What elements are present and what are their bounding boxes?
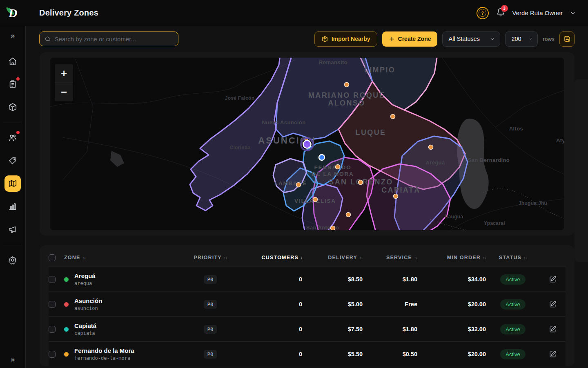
table-row[interactable]: Areguá aregua P0 0 $8.50 $1.80 $34.00 Ac… [49,267,566,292]
sidebar-expand-toggle-bottom[interactable]: » [11,355,15,363]
app-logo[interactable]: D [0,0,26,26]
zone-slug: capiata [74,330,96,336]
marker-orange[interactable] [394,194,398,199]
row-checkbox[interactable] [49,276,56,283]
create-zone-button[interactable]: Create Zone [382,31,438,47]
status-badge: Active [500,324,525,334]
map-label: MARIANO ROQUE [308,91,385,99]
search-icon [45,36,51,43]
map-zoom-control: + − [55,64,73,101]
edit-zone-button[interactable] [547,273,559,285]
chevron-down-icon[interactable] [570,10,576,16]
table-row[interactable]: Asunción asuncion P0 0 $5.00 Free $20.00… [49,292,566,316]
customers-alert-dot [16,131,20,134]
sidebar-divider [3,123,22,123]
min-order-value: $20.00 [417,301,486,307]
zoom-in-button[interactable]: + [55,64,73,83]
column-header-min-order[interactable]: MIN ORDER↑↓ [417,255,486,260]
import-nearby-button[interactable]: Import Nearby [314,31,377,47]
map-label: San Bernardino [468,157,510,163]
map-label: Itauguá [445,214,463,220]
row-checkbox[interactable] [49,326,56,333]
cube-icon [8,103,17,112]
marker-purple[interactable] [303,141,311,148]
column-header-zone[interactable]: ZONE↑↓ [64,255,186,260]
customers-value: 0 [235,326,302,332]
zoom-out-button[interactable]: − [55,83,73,101]
sidebar-nav: » » [0,26,26,368]
sort-icon: ↑↓ [82,256,86,260]
zones-table-card: ZONE↑↓PRIORITY↑↓CUSTOMERS↓DELIVERY↑↓SERV… [40,245,575,366]
search-input[interactable] [55,36,173,43]
sort-icon: ↑↓ [224,256,227,260]
sidebar-item-home[interactable] [4,53,21,70]
map-icon [8,179,17,188]
sidebar-item-settings[interactable] [4,252,21,268]
column-header-customers[interactable]: CUSTOMERS↓ [235,255,302,260]
map-label: ALONSO [328,99,365,107]
marker-orange[interactable] [429,145,433,150]
sidebar-expand-toggle[interactable]: » [11,31,15,39]
marker-orange[interactable] [346,213,351,217]
chevron-down-icon [490,36,495,42]
row-checkbox[interactable] [49,351,56,358]
sidebar-item-zones-map[interactable] [4,175,21,192]
sidebar-item-customers[interactable] [4,130,21,146]
tag-icon [8,156,17,165]
sidebar-item-products[interactable] [4,99,21,115]
zone-color-dot [64,277,69,282]
zones-toolbar: Import Nearby Create Zone All Statuses 2… [26,26,588,52]
edit-zone-button[interactable] [547,348,559,360]
customers-value: 0 [235,351,302,357]
marker-orange[interactable] [345,83,349,87]
marker-blue[interactable] [319,155,325,160]
edit-icon [549,301,557,308]
notifications-bell-icon[interactable]: 3 [496,8,505,18]
status-filter-select[interactable]: All Statuses [442,31,500,47]
delivery-fee-value: $7.50 [302,326,363,332]
map-label: José Falcón [225,95,255,101]
table-row[interactable]: Fernando de la Mora fernando-de-la-mora … [49,341,566,366]
notification-badge: 3 [501,5,508,12]
zones-map[interactable]: RemansitoLIMPIOMARIANO ROQUEALONSOJosé F… [50,58,564,230]
sidebar-item-analytics[interactable] [4,198,21,215]
gear-icon [8,256,17,265]
edit-zone-button[interactable] [547,323,559,335]
map-label: Remansito [319,59,347,65]
marker-orange[interactable] [296,183,301,187]
rows-count-select[interactable]: 200 [505,31,538,47]
search-box[interactable] [39,31,178,46]
logo-letter: D [9,6,18,20]
column-header-service[interactable]: SERVICE↑↓ [363,255,417,260]
marker-orange[interactable] [391,114,395,119]
status-badge: Active [500,299,525,310]
select-all-checkbox[interactable] [49,254,56,261]
sidebar-item-tags[interactable] [4,153,21,169]
sidebar-item-orders[interactable] [4,76,21,92]
bar-chart-icon [8,202,17,211]
marker-orange[interactable] [336,165,340,169]
row-checkbox[interactable] [49,301,56,308]
column-header-status[interactable]: STATUS↑↓ [486,255,540,260]
service-fee-value: $0.50 [363,351,417,357]
marker-orange[interactable] [331,226,335,231]
help-icon[interactable]: ? [477,7,489,19]
column-header-priority[interactable]: PRIORITY↑↓ [186,255,235,260]
orders-alert-dot [16,77,20,81]
sort-icon: ↑↓ [523,256,527,260]
table-row[interactable]: Capiatá capiata P0 0 $7.50 $1.80 $32.00 … [49,316,566,341]
save-view-button[interactable] [559,31,575,47]
zone-name: Capiatá [74,322,96,330]
edit-zone-button[interactable] [547,298,559,310]
chevron-down-icon [529,36,533,42]
marker-orange[interactable] [313,197,318,202]
terrain-patch [110,151,124,167]
column-header-delivery[interactable]: DELIVERY↑↓ [302,255,363,260]
zone-slug: asuncion [74,305,102,311]
marker-orange[interactable] [359,180,363,185]
sidebar-item-marketing[interactable] [4,221,21,238]
user-menu-name[interactable]: Verde Ruta Owner [512,9,563,16]
map-label: LIMPIO [364,66,395,74]
zone-polygon-asuncion-zone[interactable] [190,58,292,211]
top-header: D Delivery Zones ? 3 Verde Ruta Owner [0,0,588,26]
